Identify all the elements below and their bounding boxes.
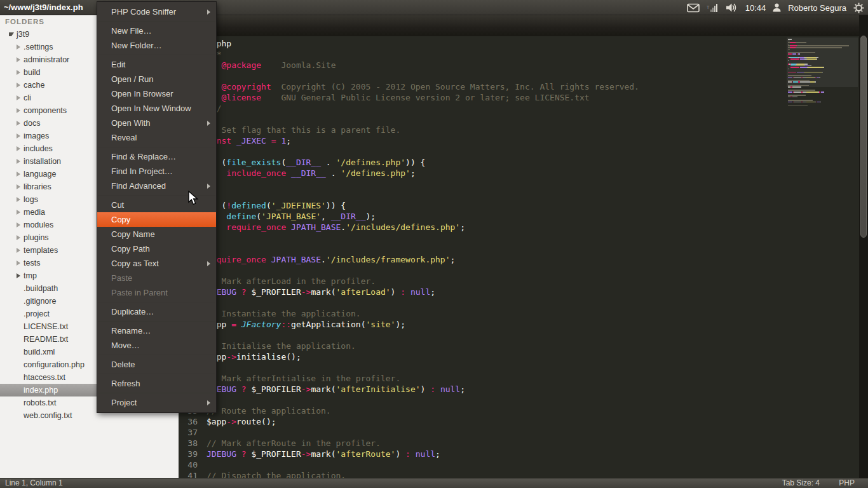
code-line[interactable]: 16if (!defined('_JDEFINES')) { <box>179 200 850 211</box>
code-line[interactable]: 15 <box>179 189 850 200</box>
folder-label: build <box>24 66 40 79</box>
code-line[interactable]: 31 <box>179 362 850 373</box>
folder-expand-arrow-icon[interactable] <box>17 248 20 253</box>
folder-expand-arrow-icon[interactable] <box>17 44 20 50</box>
folder-collapse-arrow-icon[interactable] <box>9 32 14 36</box>
scrollbar-thumb[interactable] <box>860 36 867 238</box>
code-line[interactable]: 32// Mark afterIntialise in the profiler… <box>179 373 850 384</box>
code-line[interactable]: 6 * @license GNU General Public License … <box>179 92 850 103</box>
code-line[interactable]: 27$app = JFactory::getApplication('site'… <box>179 319 850 330</box>
menu-item-label: Open / Run <box>111 74 154 84</box>
menu-item-open-run[interactable]: Open / Run <box>97 72 216 86</box>
menu-item-new-folder[interactable]: New Folder… <box>97 38 216 53</box>
session-user-menu[interactable]: Roberto Segura <box>788 3 846 13</box>
code-line[interactable]: 24JDEBUG ? $_PROFILER->mark('afterLoad')… <box>179 287 850 297</box>
menu-item-find-replace[interactable]: Find & Replace… <box>97 149 216 164</box>
code-line[interactable]: 41// Dispatch the application. <box>179 470 850 478</box>
code-line[interactable]: 1<?php <box>179 38 850 49</box>
folder-expand-arrow-icon[interactable] <box>17 261 20 266</box>
menu-item-delete[interactable]: Delete <box>97 357 216 372</box>
code-line[interactable]: 11 <box>179 146 850 157</box>
folder-expand-arrow-icon[interactable] <box>17 222 20 227</box>
menu-item-copy-name[interactable]: Copy Name <box>97 227 216 241</box>
syntax-selector[interactable]: PHP <box>839 478 855 488</box>
menu-item-php-code-sniffer[interactable]: PHP Code Sniffer <box>97 4 216 19</box>
scrollbar-track[interactable] <box>859 15 868 478</box>
menu-item-open-in-new-window[interactable]: Open In New Window <box>97 101 216 116</box>
menu-item-open-in-browser[interactable]: Open In Browser <box>97 86 216 101</box>
code-line[interactable]: 38// Mark afterRoute in the profiler. <box>179 438 850 449</box>
code-line[interactable]: 28 <box>179 330 850 341</box>
code-line[interactable]: 20 <box>179 243 850 254</box>
code-line[interactable]: 19} <box>179 233 850 243</box>
folder-expand-arrow-icon[interactable] <box>17 83 20 88</box>
network-signal-icon[interactable]: T <box>707 3 719 12</box>
code-view[interactable]: 1<?php2/**3 * @package Joomla.Site4 *5 *… <box>179 38 850 478</box>
code-line[interactable]: 4 * <box>179 71 850 81</box>
code-line[interactable]: 34 <box>179 395 850 405</box>
code-line[interactable]: 40 <box>179 459 850 470</box>
folder-expand-arrow-icon[interactable] <box>17 70 20 75</box>
code-line[interactable]: 3 * @package Joomla.Site <box>179 60 850 71</box>
code-line[interactable]: 35// Route the application. <box>179 405 850 416</box>
folder-expand-arrow-icon[interactable] <box>17 146 20 151</box>
menu-item-reveal[interactable]: Reveal <box>97 130 216 145</box>
folder-expand-arrow-icon[interactable] <box>17 273 20 278</box>
menu-item-copy[interactable]: Copy <box>97 212 216 227</box>
menu-item-new-file[interactable]: New File… <box>97 24 216 38</box>
volume-icon[interactable] <box>726 3 738 13</box>
menu-item-open-with[interactable]: Open With <box>97 116 216 130</box>
editor-pane[interactable]: 1<?php2/**3 * @package Joomla.Site4 *5 *… <box>179 15 868 478</box>
code-line[interactable]: 33JDEBUG ? $_PROFILER->mark('afterInitia… <box>179 384 850 395</box>
code-line[interactable]: 39JDEBUG ? $_PROFILER->mark('afterRoute'… <box>179 449 850 459</box>
menu-item-copy-path[interactable]: Copy Path <box>97 241 216 256</box>
mail-icon[interactable] <box>687 3 700 13</box>
folder-expand-arrow-icon[interactable] <box>17 57 20 62</box>
folder-expand-arrow-icon[interactable] <box>17 95 20 100</box>
folder-expand-arrow-icon[interactable] <box>17 133 20 139</box>
code-line[interactable]: 5 * @copyright Copyright (C) 2005 - 2012… <box>179 81 850 92</box>
folder-expand-arrow-icon[interactable] <box>17 235 20 240</box>
menu-item-copy-as-text[interactable]: Copy as Text <box>97 256 216 271</box>
code-line[interactable]: 23// Mark afterLoad in the profiler. <box>179 276 850 287</box>
folder-expand-arrow-icon[interactable] <box>17 197 20 202</box>
menu-item-find-in-project[interactable]: Find In Project… <box>97 164 216 179</box>
menu-item-duplicate[interactable]: Duplicate… <box>97 304 216 319</box>
folder-expand-arrow-icon[interactable] <box>17 172 20 177</box>
code-line[interactable]: 9// Set flag that this is a parent file. <box>179 125 850 135</box>
folder-expand-arrow-icon[interactable] <box>17 159 20 164</box>
menu-item-move[interactable]: Move… <box>97 338 216 353</box>
code-line[interactable]: 26// Instantiate the application. <box>179 308 850 319</box>
code-line[interactable]: 14} <box>179 179 850 189</box>
code-line[interactable]: 13 include_once __DIR__ . '/defines.php'… <box>179 168 850 179</box>
code-line[interactable]: 25 <box>179 297 850 308</box>
folder-expand-arrow-icon[interactable] <box>17 121 20 126</box>
menu-item-rename[interactable]: Rename… <box>97 323 216 338</box>
menu-item-edit[interactable]: Edit <box>97 57 216 72</box>
code-line[interactable]: 7 */ <box>179 103 850 114</box>
code-line[interactable]: 17 define('JPATH_BASE', __DIR__); <box>179 211 850 222</box>
code-line[interactable]: 18 require_once JPATH_BASE.'/includes/de… <box>179 222 850 233</box>
code-line[interactable]: 21require_once JPATH_BASE.'/includes/fra… <box>179 254 850 265</box>
folder-label: includes <box>24 142 53 155</box>
session-gear-icon[interactable] <box>853 3 864 13</box>
minimap[interactable] <box>787 37 858 107</box>
code-line[interactable]: 12if (file_exists(__DIR__ . '/defines.ph… <box>179 157 850 168</box>
line-number: 40 <box>179 459 198 470</box>
code-line[interactable]: 22 <box>179 265 850 276</box>
code-line[interactable]: 36$app->route(); <box>179 416 850 427</box>
code-line[interactable]: 10const _JEXEC = 1; <box>179 135 850 146</box>
menu-item-project[interactable]: Project <box>97 395 216 410</box>
folder-expand-arrow-icon[interactable] <box>17 108 20 113</box>
code-line[interactable]: 2/** <box>179 49 850 60</box>
code-line[interactable]: 29// Initialise the application. <box>179 341 850 351</box>
folder-expand-arrow-icon[interactable] <box>17 184 20 189</box>
code-line[interactable]: 30$app->initialise(); <box>179 351 850 362</box>
folder-expand-arrow-icon[interactable] <box>17 210 20 215</box>
file-label: .project <box>24 308 50 320</box>
code-line[interactable]: 37 <box>179 427 850 438</box>
code-line[interactable]: 8 <box>179 114 850 125</box>
tab-size-setting[interactable]: Tab Size: 4 <box>782 478 820 488</box>
menu-item-refresh[interactable]: Refresh <box>97 376 216 391</box>
clock[interactable]: 10:44 <box>745 3 766 13</box>
